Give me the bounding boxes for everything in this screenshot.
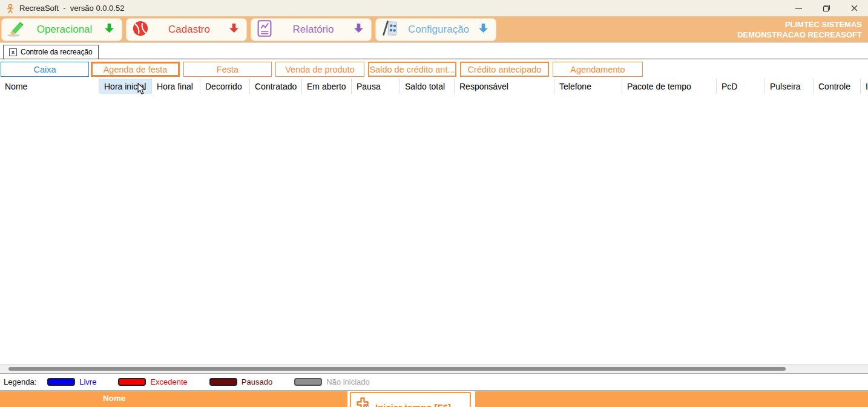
menu-cadastro-label: Cadastro (150, 24, 229, 36)
menu-operacional[interactable]: Operacional (1, 18, 122, 41)
document-tabstrip: x Controle da recreação (0, 43, 868, 59)
column-header-pacote-de-tempo[interactable]: Pacote de tempo (622, 79, 716, 94)
menu-operacional-label: Operacional (25, 24, 104, 36)
tab-venda-de-produto[interactable]: Venda de produto (275, 62, 364, 77)
tab-credito-antecipado[interactable]: Crédito antecipado (460, 62, 549, 77)
main-toolbar: Operacional Cadastro (0, 16, 868, 43)
legend-item-livre: Livre (47, 377, 96, 386)
window-controls (784, 0, 868, 16)
column-header-hora-inicial[interactable]: Hora inicial (99, 79, 151, 94)
column-header-contratado[interactable]: Contratado (249, 79, 301, 94)
livre-color-swatch (47, 378, 75, 386)
grid-header: Nome Hora inicial Hora final Decorrido C… (0, 79, 868, 94)
nao-iniciado-color-swatch (294, 378, 322, 386)
legend-title: Legenda: (4, 377, 36, 386)
legend-label: Livre (79, 377, 96, 386)
excedente-color-swatch (118, 378, 146, 386)
column-header-pausa[interactable]: Pausa (351, 79, 399, 94)
bottom-grid-header: Nome Iniciar tempo [F6] (0, 391, 868, 407)
legend-item-nao-iniciado: Não iniciado (294, 377, 370, 386)
iniciar-tempo-button[interactable]: Iniciar tempo [F6] (350, 392, 471, 407)
iniciar-tempo-label: Iniciar tempo [F6] (375, 402, 451, 407)
grid-body (0, 94, 868, 364)
column-header-saldo-total[interactable]: Saldo total (399, 79, 454, 94)
arrow-down-icon (229, 22, 239, 36)
report-chart-icon (256, 19, 273, 40)
app-logo-icon (5, 3, 16, 14)
tab-agendamento[interactable]: Agendamento (553, 62, 643, 77)
highlighter-icon (7, 19, 25, 40)
tab-agenda-de-festa[interactable]: Agenda de festa (91, 62, 180, 77)
horizontal-scrollbar[interactable] (0, 364, 868, 373)
legend-item-excedente: Excedente (118, 377, 187, 386)
menu-configuracao-label: Configuração (399, 24, 478, 36)
scrollbar-thumb[interactable] (8, 367, 786, 371)
menu-relatorio-label: Relatório (273, 24, 353, 36)
column-header-pcd[interactable]: PcD (716, 79, 764, 94)
legend-label: Não iniciado (326, 377, 370, 386)
menu-configuracao[interactable]: Configuração (375, 18, 496, 41)
doc-tab-label: Controle da recreação (21, 48, 93, 56)
close-tab-icon[interactable]: x (9, 48, 17, 56)
app-window: RecreaSoft - versão 0.0.0.52 (0, 0, 868, 407)
view-tab-bar: Caixa Agenda de festa Festa Venda de pro… (0, 62, 868, 77)
tab-saldo-de-credito[interactable]: Saldo de crédito ant... (368, 62, 456, 77)
menu-cadastro[interactable]: Cadastro (126, 18, 247, 41)
column-header-em-aberto[interactable]: Em aberto (301, 79, 351, 94)
brand-line2: DEMONSTRACAO RECREASOFT (737, 30, 862, 40)
legend-item-pausado: Pausado (209, 377, 272, 386)
column-header-decorrido[interactable]: Decorrido (200, 79, 249, 94)
bottom-header-segment-right (475, 391, 868, 407)
arrow-down-icon (104, 22, 114, 36)
column-header-id[interactable]: Id (860, 79, 868, 94)
column-header-responsavel[interactable]: Responsável (454, 79, 554, 94)
column-header-hora-final[interactable]: Hora final (151, 79, 200, 94)
titlebar: RecreaSoft - versão 0.0.0.52 (0, 0, 868, 16)
legend-bar: Legenda: Livre Excedente Pausado Não ini… (0, 373, 868, 391)
ball-icon (131, 19, 150, 40)
column-header-telefone[interactable]: Telefone (554, 79, 622, 94)
menu-relatorio[interactable]: Relatório (251, 18, 372, 41)
plus-clock-icon (356, 397, 370, 407)
close-button[interactable] (840, 0, 868, 16)
column-header-nome[interactable]: Nome (0, 79, 99, 94)
legend-label: Excedente (150, 377, 187, 386)
arrow-down-icon (478, 22, 488, 36)
legend-label: Pausado (242, 377, 272, 386)
tab-festa[interactable]: Festa (183, 62, 272, 77)
column-header-pulseira[interactable]: Pulseira (764, 79, 813, 94)
arrow-down-icon (353, 22, 364, 36)
bottom-column-header-nome: Nome (103, 394, 126, 403)
minimize-button[interactable] (784, 0, 812, 16)
tab-controle-da-recreacao[interactable]: x Controle da recreação (3, 45, 99, 59)
brand-block: PLIMTEC SISTEMAS DEMONSTRACAO RECREASOFT (737, 19, 868, 40)
column-header-controle[interactable]: Controle (813, 79, 860, 94)
window-title: RecreaSoft - versão 0.0.0.52 (19, 4, 124, 13)
brand-line1: PLIMTEC SISTEMAS (737, 19, 862, 30)
restore-button[interactable] (812, 0, 840, 16)
tab-caixa[interactable]: Caixa (1, 62, 89, 77)
bottom-header-segment-left (0, 391, 347, 407)
pausado-color-swatch (209, 378, 237, 386)
domino-slash-icon (381, 19, 399, 40)
